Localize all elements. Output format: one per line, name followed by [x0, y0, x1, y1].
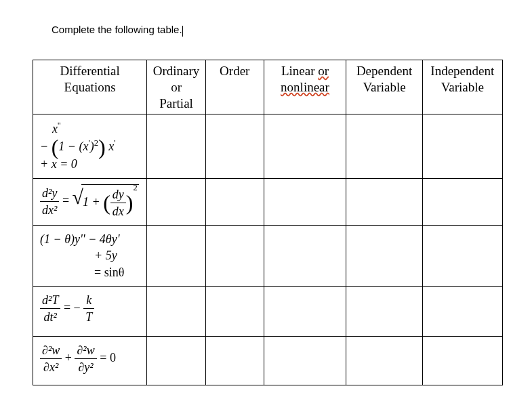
col-header-linear-nonlinear: Linear or nonlinear [264, 60, 346, 114]
diffeq-table: Differential Equations Ordinary or Parti… [33, 60, 503, 385]
blank-cell [147, 114, 206, 178]
table-row: x'' − (1 − (x')2) x' + x = 0 [33, 114, 503, 178]
blank-cell [147, 287, 206, 337]
table-row: d²T dt² = − k T [33, 287, 503, 337]
blank-cell [346, 337, 422, 385]
col-header-independent: Independent Variable [422, 60, 502, 114]
blank-cell [422, 178, 502, 226]
instruction-label: Complete the following table. [52, 24, 182, 35]
blank-cell [147, 337, 206, 385]
table-header-row: Differential Equations Ordinary or Parti… [33, 60, 503, 114]
col-header-dependent: Dependent Variable [346, 60, 422, 114]
wavy-underline: or [318, 64, 329, 78]
equation-cell-4: d²T dt² = − k T [33, 287, 147, 337]
blank-cell [206, 287, 264, 337]
text-cursor [182, 26, 183, 37]
blank-cell [346, 114, 422, 178]
instruction-text: Complete the following table. [52, 24, 183, 35]
table-row: (1 − θ)y'' − 4θy' + 5y = sinθ [33, 226, 503, 287]
blank-cell [206, 226, 264, 287]
blank-cell [422, 114, 502, 178]
blank-cell [264, 337, 346, 385]
blank-cell [147, 226, 206, 287]
blank-cell [206, 178, 264, 226]
wavy-underline: nonlinear [281, 80, 329, 94]
blank-cell [422, 226, 502, 287]
blank-cell [264, 226, 346, 287]
col-header-ordinary-partial: Ordinary or Partial [147, 60, 206, 114]
equation-cell-1: x'' − (1 − (x')2) x' + x = 0 [33, 114, 147, 178]
blank-cell [147, 178, 206, 226]
table-row: d²y dx² = √ 1 + (dydx)2 [33, 178, 503, 226]
blank-cell [422, 287, 502, 337]
blank-cell [264, 287, 346, 337]
blank-cell [346, 178, 422, 226]
table-row: ∂²w ∂x² + ∂²w ∂y² = 0 [33, 337, 503, 385]
blank-cell [422, 337, 502, 385]
blank-cell [206, 114, 264, 178]
equation-cell-5: ∂²w ∂x² + ∂²w ∂y² = 0 [33, 337, 147, 385]
blank-cell [264, 114, 346, 178]
blank-cell [206, 337, 264, 385]
blank-cell [264, 178, 346, 226]
blank-cell [346, 226, 422, 287]
equation-cell-3: (1 − θ)y'' − 4θy' + 5y = sinθ [33, 226, 147, 287]
blank-cell [346, 287, 422, 337]
col-header-order: Order [206, 60, 264, 114]
col-header-equations: Differential Equations [33, 60, 147, 114]
equation-cell-2: d²y dx² = √ 1 + (dydx)2 [33, 178, 147, 226]
